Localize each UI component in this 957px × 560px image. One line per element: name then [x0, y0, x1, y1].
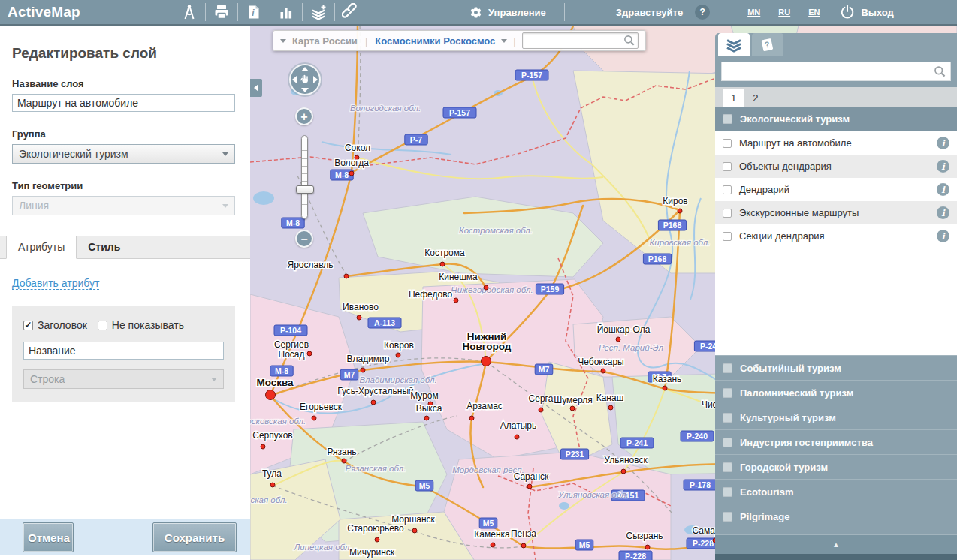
road-badge: Р-240: [681, 431, 714, 441]
zoom-slider-track[interactable]: [301, 135, 308, 219]
attribute-card: ✓ Заголовок Не показывать Строка: [12, 306, 235, 402]
zoom-in-button[interactable]: +: [295, 107, 313, 125]
group-checkbox[interactable]: [723, 438, 732, 447]
group-label: Культурный туризм: [740, 412, 836, 423]
logout-label: Выход: [861, 7, 893, 18]
road-badge: М-8: [270, 366, 293, 376]
city-label: Муром: [410, 390, 439, 401]
group-checkbox[interactable]: [723, 363, 732, 373]
zoom-out-button[interactable]: −: [295, 230, 313, 248]
help-guide-button[interactable]: i: [241, 0, 267, 24]
layer-info-icon[interactable]: i: [937, 206, 949, 219]
search-icon: [933, 65, 947, 79]
road-badge: Р-7: [405, 134, 427, 145]
city-label: Ковров: [384, 340, 414, 351]
layer-info-icon[interactable]: i: [937, 183, 949, 196]
group-checkbox[interactable]: [723, 413, 732, 423]
city-dot: [482, 357, 491, 366]
road-badge: Р-157: [443, 107, 476, 118]
layer-group-header[interactable]: Pilgrimage: [715, 504, 957, 528]
city-dot: [570, 406, 575, 411]
layer-info-icon[interactable]: i: [937, 137, 949, 149]
road-badge: М7: [535, 364, 553, 375]
hide-checkbox[interactable]: [98, 321, 107, 330]
layer-item[interactable]: Экскурсионные маршрутыi: [715, 201, 957, 224]
city-dot: [608, 405, 613, 410]
group-checkbox[interactable]: [723, 462, 732, 472]
cancel-button[interactable]: Отмена: [23, 522, 74, 552]
city-dot: [645, 545, 650, 549]
chevron-down-icon: [222, 204, 228, 208]
group-checkbox[interactable]: [723, 512, 732, 522]
layer-group-header[interactable]: Паломнический туризм: [715, 380, 957, 405]
layer-group-header[interactable]: Событийный туризм: [715, 355, 957, 380]
base-layer-dropdown-icon[interactable]: [280, 39, 286, 43]
title-checkbox[interactable]: ✓: [23, 321, 33, 330]
logout-button[interactable]: Выход: [839, 4, 893, 20]
tab-layers[interactable]: [718, 33, 750, 56]
active-layer-dropdown-icon[interactable]: [501, 39, 507, 43]
layer-checkbox[interactable]: [723, 185, 732, 194]
layers-search-input[interactable]: [722, 62, 950, 80]
attribute-name-input[interactable]: [23, 342, 224, 360]
layer-checkbox[interactable]: [723, 232, 732, 241]
share-link-button[interactable]: [338, 0, 364, 24]
left-panel-collapse-button[interactable]: [250, 79, 262, 97]
pan-right-icon[interactable]: [313, 76, 318, 83]
layer-checkbox[interactable]: [723, 139, 732, 148]
tab-attributes[interactable]: Атрибуты: [6, 236, 77, 259]
measure-tool-button[interactable]: [177, 0, 202, 24]
print-button[interactable]: [209, 0, 234, 24]
layer-item[interactable]: Маршрут на автомобилеi: [715, 131, 957, 155]
panel-collapse-bar[interactable]: ▲: [715, 534, 957, 554]
layer-info-icon[interactable]: i: [937, 160, 949, 173]
group-select[interactable]: Экологический туризм: [12, 144, 235, 164]
svg-text:М7: М7: [539, 365, 550, 374]
management-button[interactable]: Управление: [454, 6, 561, 19]
language-link-mn[interactable]: MN: [747, 8, 760, 17]
add-attribute-link[interactable]: Добавить атрибут: [12, 277, 99, 290]
layer-group-header[interactable]: Экологический туризм: [715, 107, 957, 131]
language-link-en[interactable]: EN: [808, 8, 820, 17]
zoom-slider-handle[interactable]: [296, 185, 314, 194]
layer-item[interactable]: Секции дендрарияi: [715, 224, 957, 248]
statistics-button[interactable]: [273, 0, 299, 24]
layer-group-header[interactable]: Индустрия гостеприимства: [715, 429, 957, 454]
map-search-input[interactable]: [522, 32, 639, 49]
active-layer-selector[interactable]: Космоснимки Роскосмос: [375, 35, 495, 47]
city-dot: [601, 369, 605, 373]
layer-page-tab-1[interactable]: 1: [723, 89, 744, 107]
add-layer-button[interactable]: [306, 0, 331, 24]
base-layer-selector[interactable]: Карта России: [292, 35, 358, 47]
layer-item[interactable]: Дендрарийi: [715, 178, 957, 201]
layer-info-icon[interactable]: i: [937, 230, 949, 242]
region-label: Костромская обл.: [459, 226, 533, 235]
group-checkbox[interactable]: [723, 114, 732, 124]
help-badge[interactable]: ?: [695, 5, 710, 20]
geometry-type-value: Линия: [19, 200, 49, 212]
layer-group-header[interactable]: Ecotourism: [715, 479, 957, 504]
layer-group-header[interactable]: Городской туризм: [715, 454, 957, 479]
svg-text:М-8: М-8: [335, 170, 349, 179]
group-checkbox[interactable]: [723, 487, 732, 497]
layer-name-input[interactable]: [12, 94, 235, 112]
road-badge: Р-104: [274, 325, 307, 336]
layer-page-tabs: 12: [715, 87, 957, 107]
city-label: Сергиев: [274, 339, 309, 350]
layer-checkbox[interactable]: [723, 209, 732, 218]
tab-legend[interactable]: ?: [752, 33, 783, 56]
layer-item[interactable]: Объекты дендрарияi: [715, 155, 957, 178]
language-link-ru[interactable]: RU: [778, 8, 790, 17]
layer-page-tab-2[interactable]: 2: [744, 89, 766, 107]
pan-down-icon[interactable]: [301, 88, 309, 92]
tab-style[interactable]: Стиль: [77, 236, 131, 258]
city-dot: [484, 285, 488, 290]
pan-control[interactable]: [289, 64, 321, 95]
pan-up-icon[interactable]: [301, 67, 309, 71]
layer-checkbox[interactable]: [723, 162, 732, 171]
save-button[interactable]: Сохранить: [152, 522, 237, 552]
group-checkbox[interactable]: [723, 388, 732, 398]
pan-left-icon[interactable]: [292, 76, 297, 83]
chevron-down-icon: [222, 152, 228, 156]
layer-group-header[interactable]: Культурный туризм: [715, 405, 957, 429]
